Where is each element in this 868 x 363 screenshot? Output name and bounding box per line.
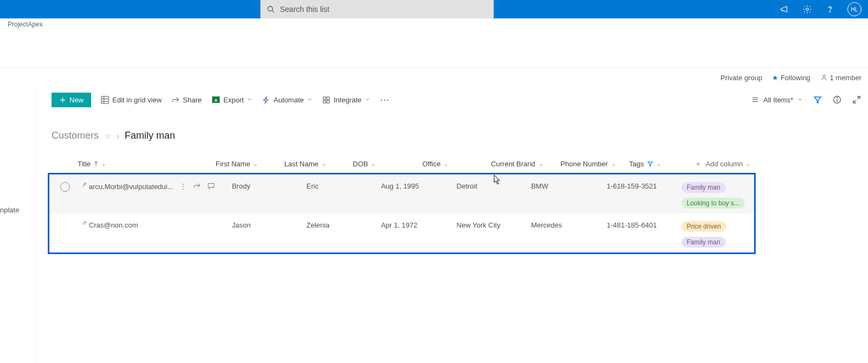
cell-firstname: Jason — [232, 221, 306, 229]
svg-point-0 — [268, 7, 273, 11]
column-header-office[interactable]: Office ⌄ — [423, 160, 491, 168]
table-row[interactable]: ⇗ Cras@non.com Jason Zelenia Apr 1, 1972… — [49, 213, 754, 252]
breadcrumb-current: Family man — [125, 130, 175, 141]
cell-phone: 1-618-159-3521 — [607, 182, 681, 190]
view-selector[interactable]: All Items* — [751, 96, 803, 104]
more-actions-button[interactable]: ⋯ — [380, 94, 390, 106]
cell-firstname: Brody — [232, 182, 306, 190]
row-menu-icon[interactable]: ⋮ — [180, 182, 187, 191]
expand-icon[interactable] — [852, 95, 861, 105]
filter-applied-icon — [647, 161, 653, 167]
link-indicator-icon: ⇗ — [82, 219, 87, 226]
left-divider — [35, 89, 36, 363]
excel-icon: x — [212, 95, 220, 104]
tag-pill[interactable]: Looking to buy s... — [681, 198, 745, 209]
search-box[interactable]: Search this list — [260, 0, 494, 18]
breadcrumb-parent[interactable]: Customers — [52, 130, 99, 141]
column-header-phone[interactable]: Phone Number ⌄ — [560, 160, 629, 168]
members-button[interactable]: 1 member — [820, 74, 861, 82]
edit-grid-button[interactable]: Edit in grid view — [101, 96, 162, 104]
automate-icon — [262, 96, 270, 104]
automate-button[interactable]: Automate — [262, 96, 312, 104]
sort-asc-icon — [94, 161, 98, 166]
row-title[interactable]: Cras@non.com — [89, 221, 138, 229]
row-comment-icon[interactable] — [207, 182, 215, 191]
row-share-icon[interactable] — [193, 182, 201, 191]
column-header-tags[interactable]: Tags ⌄ — [629, 160, 696, 168]
svg-point-4 — [823, 75, 826, 77]
grid-icon — [101, 96, 109, 104]
search-icon — [267, 5, 275, 13]
svg-point-2 — [806, 8, 809, 11]
column-header-firstname[interactable]: First Name ⌄ — [216, 160, 284, 168]
cell-brand: Mercedes — [531, 221, 607, 229]
cell-lastname: Zelenia — [307, 221, 381, 229]
table-body: ⇗ arcu.Morbi@vulputatedui... ⋮ Brody Eri… — [48, 173, 756, 254]
column-header-lastname[interactable]: Last Name ⌄ — [284, 160, 353, 168]
svg-line-1 — [272, 11, 275, 13]
table-header-row: Title ⌄ First Name ⌄ Last Name ⌄ DOB ⌄ O… — [48, 154, 756, 173]
megaphone-icon[interactable] — [779, 4, 790, 15]
column-header-brand[interactable]: Current Brand ⌄ — [491, 160, 560, 168]
row-title[interactable]: arcu.Morbi@vulputatedui... — [89, 183, 174, 191]
add-column-button[interactable]: +Add column ⌄ — [696, 160, 756, 168]
top-nav-bar: Search this list HL — [0, 0, 868, 18]
command-bar: New Edit in grid view Share x Export Aut… — [35, 91, 868, 108]
cell-lastname: Eric — [307, 182, 381, 190]
chevron-down-icon — [365, 97, 370, 102]
help-icon[interactable] — [825, 4, 835, 15]
new-button[interactable]: New — [52, 93, 91, 107]
site-info-row: Private group ★ Following 1 member — [720, 74, 861, 82]
column-header-title[interactable]: Title ⌄ — [78, 160, 216, 168]
cell-office: New York City — [457, 221, 531, 229]
share-button[interactable]: Share — [171, 96, 202, 104]
column-header-dob[interactable]: DOB ⌄ — [353, 160, 422, 168]
link-indicator-icon: ⇗ — [82, 181, 87, 188]
integrate-icon — [322, 96, 330, 104]
cell-tags: Price drivenFamily man — [681, 221, 754, 252]
info-icon[interactable] — [832, 95, 842, 105]
filter-icon[interactable] — [813, 95, 822, 105]
svg-point-22 — [837, 98, 837, 98]
chevron-right-icon: › — [117, 132, 119, 140]
header-divider — [0, 67, 868, 68]
follow-button[interactable]: ★ Following — [772, 74, 810, 82]
plus-icon — [59, 96, 66, 103]
tag-pill[interactable]: Family man — [681, 237, 726, 248]
search-placeholder: Search this list — [280, 5, 329, 14]
user-avatar[interactable]: HL — [847, 2, 861, 16]
cell-dob: Apr 1, 1972 — [381, 221, 456, 229]
list-table: Title ⌄ First Name ⌄ Last Name ⌄ DOB ⌄ O… — [48, 154, 756, 254]
share-icon — [171, 96, 180, 104]
table-row[interactable]: ⇗ arcu.Morbi@vulputatedui... ⋮ Brody Eri… — [49, 174, 754, 213]
breadcrumb: Customers ☆ › Family man — [52, 130, 175, 141]
cell-phone: 1-481-185-6401 — [607, 221, 681, 229]
cell-dob: Aug 1, 1995 — [381, 182, 456, 190]
svg-rect-16 — [327, 100, 329, 103]
svg-rect-14 — [327, 96, 329, 99]
svg-rect-7 — [101, 96, 108, 103]
site-name[interactable]: ProjectApex — [0, 18, 868, 31]
list-icon — [751, 96, 759, 103]
export-button[interactable]: x Export — [212, 95, 253, 104]
integrate-button[interactable]: Integrate — [322, 96, 370, 104]
settings-icon[interactable] — [802, 4, 813, 15]
favorite-icon[interactable]: ☆ — [104, 132, 111, 140]
group-type-label: Private group — [720, 74, 762, 82]
svg-rect-13 — [323, 96, 326, 99]
chevron-down-icon — [797, 97, 803, 102]
chevron-down-icon — [307, 97, 312, 102]
row-select-checkbox[interactable] — [60, 182, 70, 192]
tag-pill[interactable]: Price driven — [681, 221, 726, 232]
cell-brand: BMW — [531, 182, 607, 190]
chevron-down-icon — [247, 97, 252, 102]
svg-text:x: x — [214, 98, 217, 103]
svg-rect-15 — [323, 100, 326, 103]
tag-pill[interactable]: Family man — [681, 182, 726, 193]
cell-office: Detroit — [457, 182, 531, 190]
sidebar-item-partial[interactable]: nplate — [0, 206, 19, 214]
svg-point-3 — [829, 11, 830, 12]
cell-tags: Family manLooking to buy s... — [681, 182, 754, 213]
